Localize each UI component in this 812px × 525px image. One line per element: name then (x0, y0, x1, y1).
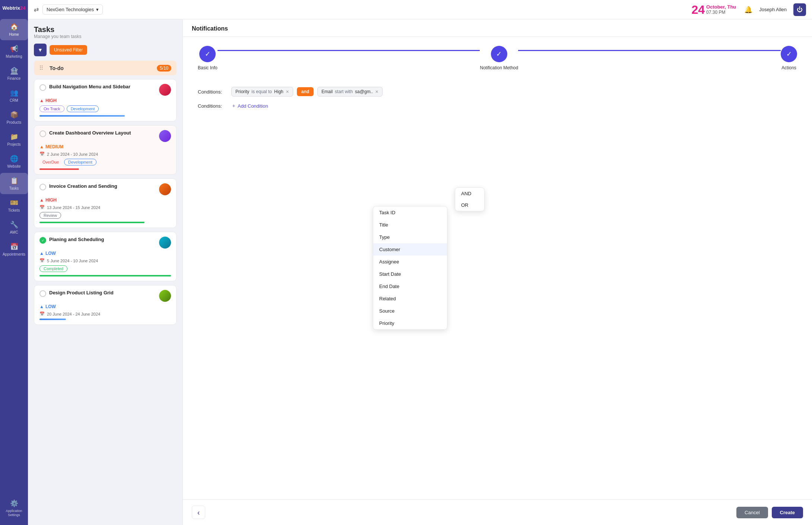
field-customer[interactable]: Customer (373, 243, 447, 256)
sidebar-label-finance: Finance (7, 76, 21, 80)
crm-icon: 👥 (10, 89, 18, 97)
footer-buttons: Cancel Create (736, 507, 803, 518)
field-assignee[interactable]: Assignee (373, 256, 447, 268)
todo-title: To-do (50, 65, 64, 71)
priority-label: LOW (45, 251, 56, 256)
condition-operator-2: start with (335, 89, 353, 94)
tag-development: Development (67, 105, 99, 112)
remove-condition-2[interactable]: ✕ (375, 89, 378, 94)
condition-value: High (274, 89, 283, 94)
tasks-list: Build Navigation Menu and Sidebar ▲ HIGH… (34, 79, 177, 519)
sidebar-item-marketing[interactable]: 📢 Marketing (0, 41, 28, 62)
condition-tag-priority: Priority is equal to High ✕ (231, 87, 293, 97)
company-selector[interactable]: NexGen Technologies ▾ (42, 4, 103, 15)
conditions-label-1: Conditions: (198, 89, 228, 95)
date-month: October, Thu (706, 4, 736, 10)
task-date: 📅 5 June 2024 - 10 June 2024 (39, 258, 171, 263)
task-radio[interactable] (39, 184, 46, 190)
field-related[interactable]: Related (373, 292, 447, 305)
field-source[interactable]: Source (373, 305, 447, 317)
notification-footer: ‹ Cancel Create (183, 499, 812, 525)
tasks-title: Tasks (34, 25, 177, 34)
tickets-icon: 🎫 (10, 199, 18, 207)
date-time: 07.30 PM (706, 10, 736, 15)
step-line-1 (218, 50, 480, 51)
task-progress-bar (39, 319, 66, 320)
field-end-date[interactable]: End Date (373, 280, 447, 292)
sidebar-label-home: Home (9, 32, 19, 37)
sidebar-label-settings: Application Settings (2, 509, 26, 517)
notification-title: Notifications (183, 19, 812, 37)
add-condition-link[interactable]: ＋ Add Condition (231, 102, 268, 109)
task-radio[interactable] (39, 130, 46, 137)
step-circle-3: ✓ (781, 46, 797, 62)
task-card: Build Navigation Menu and Sidebar ▲ HIGH… (34, 79, 177, 121)
step-label-3: Actions (781, 65, 796, 70)
sidebar-label-amc: AMC (10, 230, 18, 234)
task-name: Invoice Creation and Sending (49, 183, 156, 189)
cancel-button[interactable]: Cancel (736, 507, 768, 518)
sidebar-item-crm[interactable]: 👥 CRM (0, 85, 28, 106)
task-name: Design Product Listing Grid (49, 290, 156, 295)
create-button[interactable]: Create (772, 507, 803, 518)
task-radio[interactable] (39, 84, 46, 91)
amc-icon: 🔧 (10, 221, 18, 229)
sidebar-item-appointments[interactable]: 📅 Appointments (0, 239, 28, 260)
notification-panel: Notifications ✓ Basic Info ✓ Notificatio… (183, 19, 812, 525)
tag-completed: Completed (39, 265, 67, 272)
sidebar-item-website[interactable]: 🌐 Website (0, 151, 28, 172)
remove-condition-1[interactable]: ✕ (286, 89, 289, 94)
unsaved-filter-button[interactable]: Unsaved Filter (50, 45, 87, 55)
sidebar-item-products[interactable]: 📦 Products (0, 107, 28, 128)
priority-label: HIGH (45, 197, 57, 203)
field-dropdown: Task ID Title Type Customer Assignee Sta… (373, 206, 447, 330)
step-line-2 (518, 50, 781, 51)
sidebar-item-tickets[interactable]: 🎫 Tickets (0, 195, 28, 216)
task-card: Design Product Listing Grid ▲ LOW 📅 20 J… (34, 285, 177, 325)
and-button[interactable]: and (297, 87, 314, 96)
field-start-date[interactable]: Start Date (373, 268, 447, 280)
avatar (159, 183, 171, 195)
task-tags: On Track Development (39, 105, 171, 112)
sidebar-label-crm: CRM (10, 98, 18, 102)
priority-label: LOW (45, 304, 56, 309)
field-title[interactable]: Title (373, 219, 447, 231)
back-button[interactable]: ‹ (192, 506, 205, 519)
switch-icon[interactable]: ⇄ (34, 6, 39, 13)
sidebar-item-finance[interactable]: 🏦 Finance (0, 63, 28, 84)
filter-button[interactable]: ▼ (34, 44, 47, 56)
power-button[interactable]: ⏻ (793, 3, 806, 16)
task-card: Invoice Creation and Sending ▲ HIGH 📅 13… (34, 178, 177, 228)
sidebar-item-amc[interactable]: 🔧 AMC (0, 217, 28, 238)
sidebar-item-projects[interactable]: 📁 Projects (0, 129, 28, 150)
avatar (159, 290, 171, 302)
task-name: Build Navigation Menu and Sidebar (49, 84, 156, 89)
field-priority[interactable]: Priority (373, 317, 447, 329)
task-progress-bar (39, 275, 171, 276)
priority-label: MEDIUM (45, 144, 64, 149)
dropdown-arrow-icon: ▾ (96, 7, 99, 12)
task-radio[interactable] (39, 290, 46, 297)
tasks-header: Tasks Manage you team tasks (34, 25, 177, 39)
sidebar-label-appointments: Appointments (3, 252, 25, 256)
appointments-icon: 📅 (10, 243, 18, 251)
priority-label: HIGH (45, 98, 57, 103)
sidebar-item-home[interactable]: 🏠 Home (0, 19, 28, 40)
sidebar-item-tasks[interactable]: 📋 Tasks (0, 173, 28, 194)
and-option[interactable]: AND (455, 188, 484, 199)
finance-icon: 🏦 (10, 67, 18, 75)
field-type[interactable]: Type (373, 231, 447, 243)
notification-bell-icon[interactable]: 🔔 (744, 6, 752, 14)
priority-arrow-icon: ▲ (39, 304, 44, 309)
or-option[interactable]: OR (455, 199, 484, 211)
task-radio[interactable]: ✓ (39, 237, 46, 244)
field-task-id[interactable]: Task ID (373, 206, 447, 219)
sidebar: Webtrix24 🏠 Home 📢 Marketing 🏦 Finance 👥… (0, 0, 28, 525)
step-label-2: Notification Method (480, 65, 518, 70)
task-card: Create Dashboard Overview Layout ▲ MEDIU… (34, 125, 177, 175)
condition-row-1: Conditions: Priority is equal to High ✕ … (198, 87, 797, 97)
avatar (159, 237, 171, 249)
task-date: 📅 2 June 2024 - 10 June 2024 (39, 152, 171, 156)
todo-dots-icon: ⠿ (39, 64, 44, 72)
sidebar-item-settings[interactable]: ⚙️ Application Settings (0, 496, 28, 521)
